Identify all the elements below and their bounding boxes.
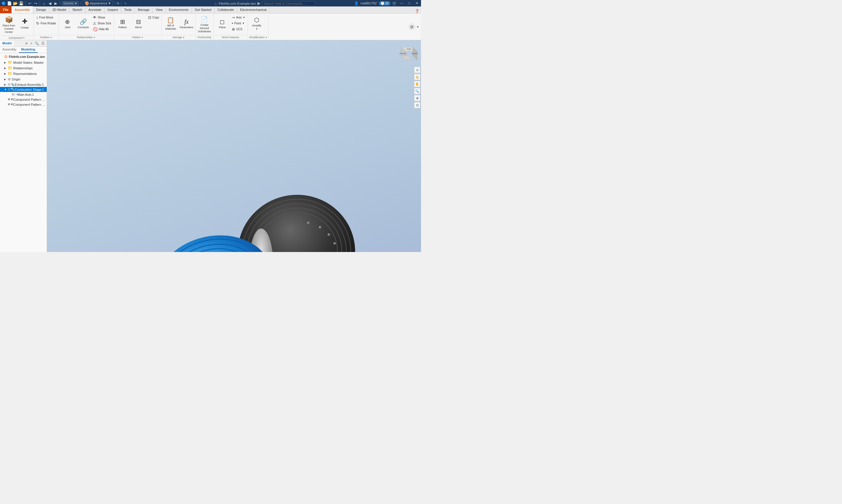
simplify-button[interactable]: ⬡ Simplify ▼ <box>249 15 264 32</box>
help-icon[interactable]: ❓ <box>415 9 419 13</box>
bom-label: Bill ofMaterials <box>165 24 176 31</box>
tab-inspect[interactable]: Inspect <box>105 6 121 13</box>
tree-item-origin[interactable]: ▶ ⊕ Origin <box>0 76 47 82</box>
appearance-dropdown[interactable]: 🎨 Appearance ▼ <box>83 1 113 6</box>
tab-sketch[interactable]: Sketch <box>69 6 86 13</box>
create-derived-substitutes-button[interactable]: 📄 Create DerivedSubstitutes <box>197 15 212 34</box>
generic-dropdown[interactable]: Generic ▼ <box>62 1 79 5</box>
ucs-icon: ⊛ <box>232 27 235 32</box>
tree-item-combustion[interactable]: ▼ ⊞ 🔩 Combustion Stage:1 <box>0 87 47 92</box>
tree-item-root[interactable]: ⚙ FileInfo.com Example.iam <box>0 54 47 60</box>
zoom-fit-button[interactable]: ⊙ <box>414 67 420 73</box>
group-simplification-label[interactable]: Simplification▼ <box>249 35 267 39</box>
show-sick-button[interactable]: ⚠ Show Sick <box>92 21 112 26</box>
look-at-button[interactable]: ⊕ <box>414 95 420 101</box>
tree-item-comp-pattern-2[interactable]: ✱ ✱ Component Pattern 2:1 <box>0 102 47 107</box>
free-move-label: Free Move <box>39 16 53 19</box>
panel-close-btn[interactable]: ✕ <box>24 41 29 46</box>
tree-item-comp-pattern-1[interactable]: ✱ ✱ Component Pattern 1:1 <box>0 97 47 102</box>
group-component-label[interactable]: Component▼ <box>1 36 32 39</box>
create-button[interactable]: ✚ Create <box>17 15 32 32</box>
hide-all-icon: 🚫 <box>93 27 97 32</box>
tree-item-exhaust[interactable]: ▶ ⊞ 🔩 Exhaust Assembly:1 <box>0 82 47 87</box>
tree-item-representations[interactable]: ▶ 📁 Representations <box>0 71 47 76</box>
point-button[interactable]: • Point ▼ <box>231 21 247 26</box>
tab-design[interactable]: Design <box>33 6 49 13</box>
tree-item-main-axis[interactable]: ⊞ ⊸ Main Axis:1 <box>0 92 47 97</box>
origin-label: Origin <box>12 77 20 81</box>
sub-tab-assembly[interactable]: Assembly <box>0 47 19 53</box>
place-from-content-center-button[interactable]: 📦 Place fromContent Center <box>1 15 16 35</box>
derived-label: Create DerivedSubstitutes <box>197 23 212 33</box>
point-label: Point <box>234 22 241 25</box>
search-input[interactable] <box>262 1 315 6</box>
save-button[interactable]: 💾 <box>19 1 23 5</box>
tab-electromechanical[interactable]: Electromechanical <box>237 6 270 13</box>
pattern-icon: ⊞ <box>120 18 125 25</box>
tab-environments[interactable]: Environments <box>166 6 192 13</box>
group-position-label[interactable]: Position▼ <box>35 35 57 39</box>
open-button[interactable]: 📂 <box>13 1 18 5</box>
sub-tab-modeling[interactable]: Modeling <box>19 47 38 53</box>
copy-button[interactable]: ⊡ Copy <box>147 15 160 20</box>
panel-tab-model[interactable]: Model <box>0 40 14 47</box>
parameters-button[interactable]: fx Parameters <box>179 15 194 32</box>
constrain-button[interactable]: 🔗 Constrain <box>76 15 91 32</box>
viewport[interactable]: TOP FRONT RIGHT ⊙ 👆 ✋ 🔍 ⊕ ⊡ <box>47 40 421 252</box>
expand-icon[interactable]: » <box>123 1 128 5</box>
plane-button[interactable]: ◻ Plane <box>215 15 230 32</box>
tab-view[interactable]: View <box>153 6 166 13</box>
orbit-drop-icon[interactable]: ▼ <box>416 25 419 29</box>
tab-file[interactable]: File <box>0 6 12 13</box>
user-icon: 👤 <box>354 1 359 5</box>
zoom-button[interactable]: 🔍 <box>414 88 420 94</box>
redo-button[interactable]: ↪ <box>33 1 38 5</box>
tab-3dmodel[interactable]: 3D Model <box>49 6 69 13</box>
back-button[interactable]: ◀ <box>48 1 52 5</box>
group-workfeatures-label: Work Features <box>215 35 247 39</box>
viewcube[interactable]: TOP FRONT RIGHT <box>395 42 419 66</box>
maximize-button[interactable]: □ <box>406 0 412 6</box>
pan-button[interactable]: ✋ <box>414 81 420 87</box>
tab-getstarted[interactable]: Get Started <box>192 6 214 13</box>
hide-all-button[interactable]: 🚫 Hide All <box>92 26 112 32</box>
group-pattern-label[interactable]: Pattern▼ <box>115 35 160 39</box>
tab-tools[interactable]: Tools <box>121 6 135 13</box>
panel-search-btn[interactable]: 🔍 <box>34 41 40 46</box>
tab-collaborate[interactable]: Collaborate <box>214 6 237 13</box>
group-productivity-label[interactable]: Productivity <box>197 35 212 39</box>
panel-menu-btn[interactable]: ☰ <box>40 41 46 46</box>
tab-annotate[interactable]: Annotate <box>86 6 105 13</box>
axis-button[interactable]: ⊸ Axis ▼ <box>231 15 247 20</box>
mirror-button[interactable]: ⊟ Mirror <box>131 15 146 32</box>
sep1 <box>25 1 25 5</box>
close-button[interactable]: ✕ <box>414 0 420 6</box>
joint-button[interactable]: ⊕ Joint <box>60 15 75 32</box>
appearance-button[interactable]: ⊡ <box>414 102 420 108</box>
group-manage-label[interactable]: Manage▼ <box>163 35 194 39</box>
ribbon-help-area: ❓ <box>415 9 421 13</box>
orbit-button[interactable]: ⊙ <box>409 23 415 30</box>
undo-button[interactable]: ↩ <box>27 1 32 5</box>
free-move-button[interactable]: ↕ Free Move <box>35 15 57 20</box>
panel-plus-btn[interactable]: + <box>29 41 33 46</box>
new-button[interactable]: 📄 <box>7 1 12 5</box>
tree-item-model-states[interactable]: ▶ 📁 Model States: Master <box>0 60 47 65</box>
cart-icon[interactable]: 🛒 <box>392 1 397 5</box>
formula-btn[interactable]: fx <box>117 2 119 5</box>
pattern-button[interactable]: ⊞ Pattern <box>115 15 130 32</box>
model-states-expander: ▶ <box>4 61 7 64</box>
forward-button[interactable]: ▶ <box>53 1 58 5</box>
orbit-button-rt[interactable]: 👆 <box>414 74 420 80</box>
ucs-button[interactable]: ⊛ UCS <box>231 26 247 32</box>
bill-of-materials-button[interactable]: 📋 Bill ofMaterials <box>163 15 178 32</box>
home-button[interactable]: ⌂ <box>42 1 47 5</box>
free-rotate-button[interactable]: ↻ Free Rotate <box>35 21 57 26</box>
tab-assemble[interactable]: Assemble <box>12 6 33 13</box>
show-button[interactable]: 👁 Show <box>92 15 112 20</box>
minimize-button[interactable]: ─ <box>399 0 405 6</box>
create-icon: ✚ <box>22 18 27 25</box>
tab-manage[interactable]: Manage <box>135 6 153 13</box>
group-relationships-label[interactable]: Relationships▼ <box>60 35 112 39</box>
tree-item-relationships[interactable]: ▶ 📁 Relationships <box>0 65 47 71</box>
